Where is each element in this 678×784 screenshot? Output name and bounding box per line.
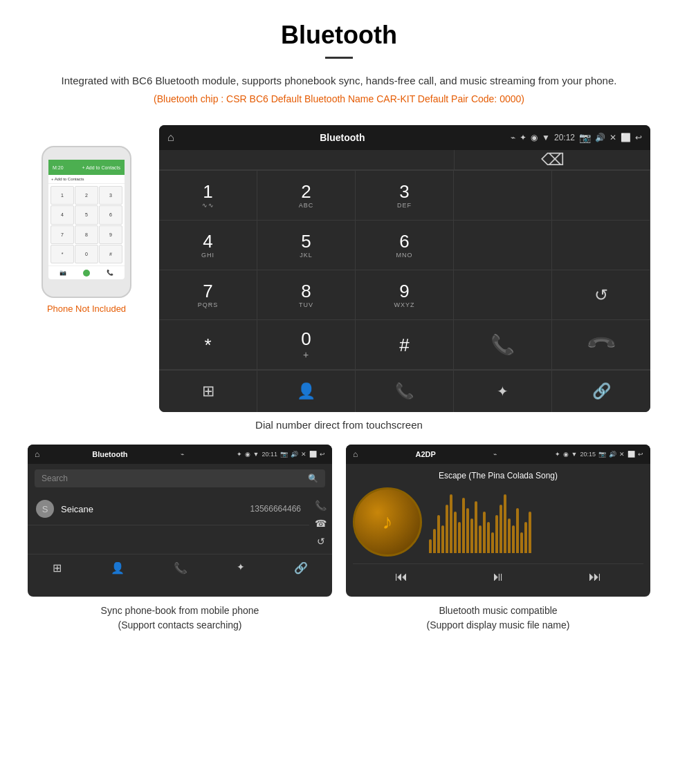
pb-link-icon[interactable]: 🔗: [294, 561, 308, 575]
phone-image: M:20+ Add to Contacts + Add to Contacts …: [42, 146, 131, 298]
music-cam-icon: 📷: [598, 451, 606, 458]
key-refresh[interactable]: ↺: [552, 270, 650, 320]
pb-home-icon[interactable]: ⌂: [35, 449, 39, 459]
music-visualizer: [429, 487, 643, 557]
pb-phone-side-icon[interactable]: 📞: [315, 500, 327, 511]
phonebook-body: S Seicane 13566664466 📞 ☎ ↺: [28, 493, 332, 554]
dial-screen-title: Bluetooth: [174, 132, 511, 143]
pb-status-icons: ✦ ◉ ▼ 20:11 📷 🔊 ✕ ⬜ ↩: [237, 451, 325, 458]
window-icon: ⬜: [621, 133, 631, 142]
phonebook-status-bar: ⌂ Bluetooth ⌁ ✦ ◉ ▼ 20:11 📷 🔊 ✕ ⬜ ↩: [28, 445, 332, 464]
specs-text: (Bluetooth chip : CSR BC6 Default Blueto…: [28, 93, 650, 104]
phone-not-included-label: Phone Not Included: [47, 304, 126, 314]
call-log-button[interactable]: 📞: [356, 371, 454, 412]
back-icon[interactable]: ↩: [635, 133, 642, 142]
pb-grid-icon[interactable]: ⊞: [53, 561, 62, 575]
skip-back-icon[interactable]: ⏮: [395, 570, 407, 584]
pb-refresh-side-icon[interactable]: ↺: [317, 536, 325, 547]
key-0[interactable]: 0+: [257, 320, 356, 370]
visualizer-bar: [483, 512, 486, 553]
music-art-area: ♪: [353, 487, 643, 557]
music-loc-icon: ◉: [563, 451, 569, 458]
pb-title: Bluetooth: [92, 450, 127, 458]
search-placeholder: Search: [42, 474, 68, 483]
pb-person-icon[interactable]: 👤: [111, 561, 125, 575]
phonebook-caption: Sync phone-book from mobile phone (Suppo…: [28, 604, 332, 633]
bluetooth-icon: ✦: [497, 383, 508, 400]
key-4[interactable]: 4GHI: [159, 221, 257, 270]
signal-icon: ▼: [542, 133, 550, 142]
key-empty-3: [454, 221, 552, 270]
contact-name: Seicane: [61, 504, 250, 514]
key-9[interactable]: 9WXYZ: [356, 270, 454, 320]
pb-bt-toolbar-icon[interactable]: ✦: [237, 561, 245, 575]
home-icon[interactable]: ⌂: [167, 131, 174, 144]
key-8[interactable]: 8TUV: [257, 270, 356, 320]
key-6[interactable]: 6MNO: [356, 221, 454, 270]
bluetooth-button[interactable]: ✦: [454, 371, 552, 412]
music-back-icon[interactable]: ↩: [638, 451, 643, 458]
dial-toolbar: ⊞ 👤 📞 ✦ 🔗: [159, 370, 650, 412]
visualizer-bar: [529, 512, 531, 553]
contact-number: 13566664466: [250, 504, 301, 514]
phone-preview: M:20+ Add to Contacts + Add to Contacts …: [28, 125, 145, 314]
phone-dialpad: 123 456 789 *0#: [48, 184, 125, 265]
pb-call-side-icon[interactable]: ☎: [315, 518, 327, 529]
key-7[interactable]: 7PQRS: [159, 270, 257, 320]
visualizer-bar: [504, 494, 506, 553]
key-star[interactable]: *: [159, 320, 257, 370]
dialpad-grid: 1∿∿ 2ABC 3DEF 4GHI 5JKL 6MNO 7PQRS 8TUV …: [159, 170, 650, 370]
visualizer-bar: [470, 519, 473, 553]
pb-loc-icon: ◉: [245, 451, 250, 458]
phonebook-side-icons: 📞 ☎ ↺: [309, 493, 332, 554]
end-call-button[interactable]: 📞: [552, 320, 650, 370]
music-win-icon: ⬜: [627, 451, 635, 458]
contacts-button[interactable]: 👤: [257, 371, 356, 412]
backspace-icon: ⌫: [541, 150, 565, 169]
call-button[interactable]: 📞: [454, 320, 552, 370]
music-status-icons: ✦ ◉ ▼ 20:15 📷 🔊 ✕ ⬜ ↩: [555, 451, 643, 458]
pb-back-icon[interactable]: ↩: [320, 451, 325, 458]
key-5[interactable]: 5JKL: [257, 221, 356, 270]
music-controls: ⏮ ⏯ ⏭: [353, 563, 643, 590]
phone-screen-contact: + Add to Contacts: [48, 175, 125, 184]
visualizer-bar: [450, 494, 452, 553]
visualizer-bar: [524, 522, 527, 553]
link-icon: 🔗: [592, 382, 611, 400]
music-home-icon[interactable]: ⌂: [353, 449, 358, 459]
pb-vol-icon: 🔊: [291, 451, 298, 458]
dial-status-icons: ⌁ ✦ ◉ ▼ 20:12 📷 🔊 ✕ ⬜ ↩: [511, 132, 642, 143]
visualizer-bar: [437, 515, 440, 553]
music-vol-icon: 🔊: [609, 451, 616, 458]
key-1[interactable]: 1∿∿: [159, 171, 257, 221]
music-bt-icon: ✦: [555, 451, 560, 458]
bottom-captions: Sync phone-book from mobile phone (Suppo…: [28, 604, 650, 633]
contact-row[interactable]: S Seicane 13566664466: [28, 493, 309, 525]
visualizer-bar: [491, 532, 494, 553]
key-3[interactable]: 3DEF: [356, 171, 454, 221]
phonebook-search-bar[interactable]: Search 🔍: [35, 469, 325, 487]
description-text: Integrated with BC6 Bluetooth module, su…: [28, 73, 650, 89]
usb-icon: ⌁: [511, 133, 515, 142]
music-screen: ⌂ A2DP ⌁ ✦ ◉ ▼ 20:15 📷 🔊 ✕ ⬜ ↩ Escape (T…: [346, 445, 650, 597]
music-body: Escape (The Pina Colada Song) ♪ ⏮ ⏯ ⏭: [346, 464, 650, 597]
visualizer-bar: [458, 522, 461, 553]
play-pause-icon[interactable]: ⏯: [492, 570, 504, 584]
pb-phone-icon[interactable]: 📞: [174, 561, 187, 575]
music-usb-icon: ⌁: [493, 451, 497, 458]
key-hash[interactable]: #: [356, 320, 454, 370]
dialpad-toggle-button[interactable]: ⊞: [159, 371, 257, 412]
key-2[interactable]: 2ABC: [257, 171, 356, 221]
link-button[interactable]: 🔗: [552, 371, 650, 412]
close-icon: ✕: [610, 133, 616, 142]
visualizer-bar: [512, 525, 515, 553]
visualizer-bar: [446, 505, 448, 553]
music-caption-line1: Bluetooth music compatible: [439, 605, 557, 616]
backspace-button[interactable]: ⌫: [454, 150, 650, 169]
phone-screen-top: M:20+ Add to Contacts: [48, 160, 125, 175]
visualizer-bar: [495, 515, 498, 553]
time-display: 20:12: [554, 133, 575, 142]
contact-list: S Seicane 13566664466: [28, 493, 309, 554]
music-bt-symbol: ♪: [383, 510, 393, 534]
skip-forward-icon[interactable]: ⏭: [589, 570, 601, 584]
